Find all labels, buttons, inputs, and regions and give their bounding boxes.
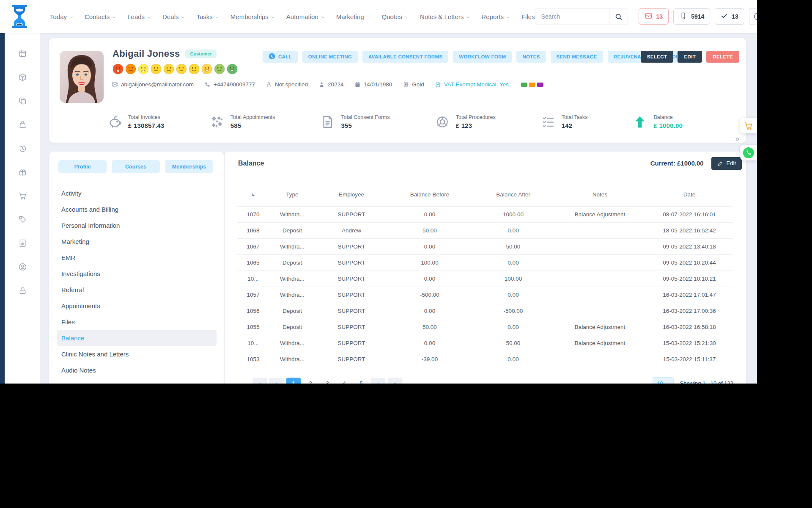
table-row[interactable]: 1053Withdra...SUPPORT-39.000.0015-03-202… (237, 351, 733, 367)
sidebar-item-clinic-notes-and-letters[interactable]: Clinic Notes and Letters (57, 346, 217, 362)
sidebar-item-accounts-and-billing[interactable]: Accounts and Billing (57, 201, 217, 217)
page-4-button[interactable]: 4 (337, 378, 351, 384)
call-button[interactable]: CALL (263, 51, 298, 63)
table-row[interactable]: 1055DepositSUPPORT50.000.00Balance Adjus… (237, 319, 733, 335)
check-badge-button[interactable]: 13 (715, 8, 744, 25)
mood-emoji-9[interactable] (214, 64, 225, 75)
sidebar-item-files[interactable]: Files (57, 314, 217, 330)
rail-report-icon[interactable] (18, 239, 27, 248)
table-cell: Withdra... (269, 335, 315, 351)
table-cell (554, 287, 645, 303)
sidebar-item-referral[interactable]: Referral (57, 282, 217, 298)
nav-item-contacts[interactable]: Contacts (85, 13, 116, 20)
table-row[interactable]: 1065DepositSUPPORT100.000.0009-05-2022 1… (237, 255, 733, 271)
button-label: WORKFLOW FORM (459, 54, 506, 59)
nav-item-automation[interactable]: Automation (286, 13, 325, 20)
available-consent-forms-button[interactable]: AVAILABLE CONSENT FORMS (362, 51, 448, 63)
nav-item-notes-letters[interactable]: Notes & Letters (420, 13, 470, 20)
rail-package-icon[interactable] (18, 73, 27, 82)
nav-item-label: Memberships (230, 13, 269, 20)
search-icon[interactable] (609, 8, 628, 25)
sidebar-item-marketing[interactable]: Marketing (57, 233, 217, 249)
page-size-select[interactable]: 10 (653, 377, 674, 384)
mood-emoji-6[interactable] (176, 64, 187, 75)
nav-item-reports[interactable]: Reports (481, 13, 510, 20)
sidebar-item-investigations[interactable]: Investigations (57, 265, 217, 282)
floating-cart-button[interactable] (740, 118, 757, 133)
rail-lock-icon[interactable] (18, 286, 27, 295)
collapse-chevrons-icon[interactable] (734, 136, 740, 144)
sidebar-item-activity[interactable]: Activity (57, 185, 217, 201)
table-row[interactable]: 1070Withdra...SUPPORT0.001000.00Balance … (237, 207, 733, 223)
sidebar-item-pictures[interactable]: Pictures (57, 378, 217, 384)
nav-item-deals[interactable]: Deals (162, 13, 185, 20)
rail-gift-icon[interactable] (18, 168, 27, 177)
rail-bag-icon[interactable] (18, 120, 27, 129)
table-cell: Deposit (269, 255, 315, 271)
table-row[interactable]: 1068DepositAndrew50.000.0018-05-2022 16:… (237, 223, 733, 239)
nav-item-leads[interactable]: Leads (127, 13, 151, 20)
tab-courses[interactable]: Courses (112, 160, 160, 173)
sidebar-item-balance[interactable]: Balance (57, 330, 217, 346)
edit-button[interactable]: EDIT (678, 51, 702, 63)
table-row[interactable]: 1056DepositSUPPORT0.00-500.0016-03-2022 … (237, 303, 733, 319)
mood-emoji-7[interactable] (189, 64, 200, 75)
page-3-button[interactable]: 3 (320, 378, 335, 384)
table-row[interactable]: 10...Withdra...SUPPORT0.0050.00Balance A… (237, 335, 733, 351)
sidebar-item-emr[interactable]: EMR (57, 249, 217, 265)
sidebar-item-personal-information[interactable]: Personal Information (57, 217, 217, 233)
rail-cart-icon[interactable] (18, 191, 27, 200)
mood-emoji-5[interactable] (163, 64, 174, 75)
mood-emoji-4[interactable] (151, 64, 162, 75)
page-2-button[interactable]: 2 (303, 378, 318, 384)
nav-item-marketing[interactable]: Marketing (336, 13, 370, 20)
envelope-badge-button[interactable]: 13 (639, 8, 669, 25)
help-icon[interactable]: ? (749, 8, 757, 25)
table-cell (554, 239, 645, 255)
page-1-button[interactable]: 1 (286, 378, 301, 384)
tab-profile[interactable]: Profile (58, 160, 107, 173)
mood-emoji-10[interactable] (227, 64, 238, 75)
rail-user-circle-icon[interactable] (18, 262, 27, 271)
send-message-button[interactable]: SEND MESSAGE (551, 51, 603, 63)
last-page-button[interactable]: » (388, 378, 402, 384)
next-page-button[interactable]: › (371, 378, 385, 384)
sidebar-item-audio-notes[interactable]: Audio Notes (57, 362, 217, 378)
workflow-form-button[interactable]: WORKFLOW FORM (453, 51, 512, 63)
nav-item-memberships[interactable]: Memberships (230, 13, 275, 20)
rail-calendar-icon[interactable] (18, 49, 27, 58)
table-row[interactable]: 1057Withdra...SUPPORT-500.000.0016-03-20… (237, 287, 733, 303)
nav-item-tasks[interactable]: Tasks (196, 13, 219, 20)
table-row[interactable]: 10...Withdra...SUPPORT0.00100.0009-05-20… (237, 271, 733, 287)
notes-button[interactable]: NOTES (516, 51, 546, 63)
mobile-badge-button[interactable]: 5914 (673, 8, 710, 25)
edit-balance-button[interactable]: Edit (711, 157, 742, 170)
nav-item-files[interactable]: Files (521, 13, 535, 20)
mood-emoji-2[interactable] (125, 64, 136, 75)
table-cell: 15-03-2022 15:21:30 (645, 335, 733, 351)
mood-emoji-3[interactable] (138, 64, 149, 75)
table-cell: 1070 (237, 207, 269, 223)
mood-emoji-1[interactable] (112, 64, 123, 75)
button-label: NOTES (522, 54, 540, 59)
mood-emoji-8[interactable] (201, 64, 212, 75)
page-5-button[interactable]: 5 (354, 378, 368, 384)
nav-item-today[interactable]: Today (50, 13, 73, 20)
sidebar-item-appointments[interactable]: Appointments (57, 298, 217, 314)
app-logo-hourglass[interactable] (10, 4, 29, 29)
online-meeting-button[interactable]: ONLINE MEETING (302, 51, 358, 63)
nav-item-quotes[interactable]: Quotes (382, 13, 409, 20)
prev-page-button[interactable]: ‹ (269, 378, 284, 384)
rail-copy-icon[interactable] (18, 97, 27, 105)
contact-value: Gold (412, 81, 424, 88)
rail-history-icon[interactable] (18, 144, 27, 153)
client-photo[interactable] (60, 51, 104, 103)
tab-memberships[interactable]: Memberships (165, 160, 213, 173)
floating-whatsapp-button[interactable] (740, 145, 757, 160)
delete-button[interactable]: DELETE (706, 51, 739, 63)
rail-tag-icon[interactable] (18, 215, 27, 224)
first-page-button[interactable]: « (252, 378, 267, 384)
search-input[interactable] (535, 13, 609, 20)
table-row[interactable]: 1067Withdra...SUPPORT0.0050.0009-05-2022… (237, 239, 733, 255)
select-button[interactable]: SELECT (641, 51, 674, 63)
